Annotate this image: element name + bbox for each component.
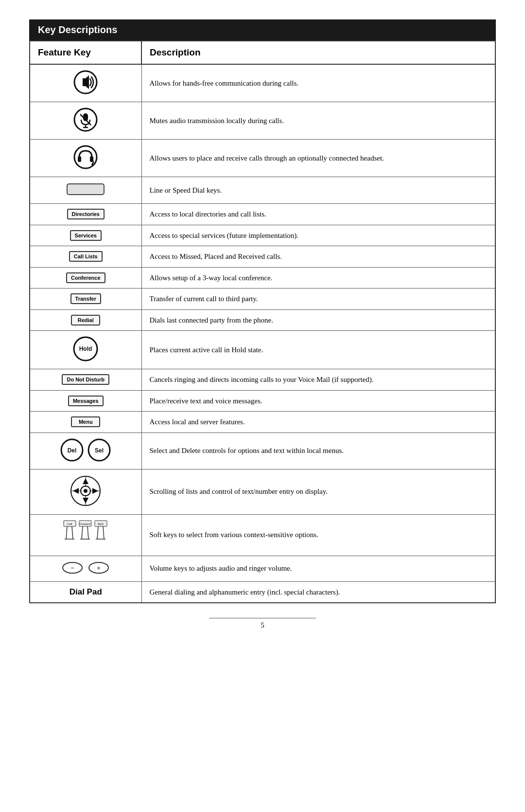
feature-key-cell: − + (30, 556, 141, 581)
svg-rect-8 (78, 156, 81, 162)
section-header-text: Key Descriptions (38, 24, 117, 35)
table-row: Allows for hands-free communication duri… (30, 64, 495, 102)
feature-key-cell: Directories (30, 204, 141, 225)
button-key-icon: Messages (68, 396, 104, 406)
feature-key-cell: Messages (30, 390, 141, 412)
svg-line-37 (97, 526, 98, 539)
line-key-icon (66, 190, 105, 198)
description-cell: Access to local directories and call lis… (141, 204, 495, 225)
softkeys-icon: Call Forward MyS (61, 520, 110, 551)
section-header: Key Descriptions (29, 19, 496, 40)
feature-key-cell: Hold (30, 331, 141, 369)
feature-key-cell: Call Forward MyS (30, 514, 141, 556)
table-row: Call ListsAccess to Missed, Placed and R… (30, 246, 495, 268)
table-row: Dial PadGeneral dialing and alphanumeric… (30, 581, 495, 603)
svg-line-35 (88, 526, 88, 539)
description-cell: Soft keys to select from various context… (141, 514, 495, 556)
description-cell: Select and Delete controls for options a… (141, 433, 495, 469)
feature-key-cell: Dial Pad (30, 581, 141, 603)
headset-icon (73, 163, 98, 171)
svg-line-31 (66, 526, 67, 539)
description-cell: Allows for hands-free communication duri… (141, 64, 495, 102)
description-cell: Dials last connected party from the phon… (141, 309, 495, 331)
table-row: Mutes audio transmission locally during … (30, 102, 495, 140)
feature-key-cell: Menu (30, 412, 141, 433)
button-key-icon: Menu (71, 416, 100, 427)
button-key-icon: Directories (67, 209, 105, 219)
description-cell: Line or Speed Dial keys. (141, 177, 495, 204)
table-row: DirectoriesAccess to local directories a… (30, 204, 495, 225)
hold-icon: Hold (72, 356, 99, 363)
table-row: − + Volume keys to adjusts audio and rin… (30, 556, 495, 581)
svg-line-34 (82, 526, 83, 539)
table-row: TransferTransfer of current call to thir… (30, 289, 495, 310)
table-row: Del Sel Select and Delete controls for o… (30, 433, 495, 469)
description-cell: Access to Missed, Placed and Received ca… (141, 246, 495, 268)
page-number: 5 (261, 621, 264, 629)
feature-key-cell: Del Sel (30, 433, 141, 469)
description-cell: Transfer of current call to third party. (141, 289, 495, 310)
description-cell: Place/receive text and voice messages. (141, 390, 495, 412)
table-row: Call Forward MyS (30, 514, 495, 556)
feature-key-cell (30, 469, 141, 514)
table-row: ConferenceAllows setup of a 3-way local … (30, 267, 495, 289)
table-row: MenuAccess local and server features. (30, 412, 495, 433)
nav-icon (69, 501, 102, 509)
description-cell: Allows users to place and receive calls … (141, 140, 495, 177)
description-cell: General dialing and alphanumeric entry (… (141, 581, 495, 603)
description-cell: Access to special services (future imple… (141, 225, 495, 246)
button-key-icon: Conference (66, 272, 105, 283)
description-cell: Access local and server features. (141, 412, 495, 433)
table-row: Scrolling of lists and control of text/n… (30, 469, 495, 514)
feature-key-cell: Transfer (30, 289, 141, 310)
volume-icon: − + (62, 561, 109, 575)
svg-point-7 (74, 146, 97, 168)
button-key-icon: Transfer (70, 293, 101, 304)
table-row: MessagesPlace/receive text and voice mes… (30, 390, 495, 412)
feature-key-cell (30, 102, 141, 140)
feature-key-cell: Services (30, 225, 141, 246)
description-cell: Scrolling of lists and control of text/n… (141, 469, 495, 514)
speaker-icon (73, 70, 98, 97)
svg-text:Call: Call (67, 523, 72, 525)
svg-text:−: − (70, 564, 74, 572)
feature-key-cell: Conference (30, 267, 141, 289)
dial-pad-label: Dial Pad (70, 587, 102, 596)
description-cell: Allows setup of a 3-way local conference… (141, 267, 495, 289)
description-cell: Places current active call in Hold state… (141, 331, 495, 369)
description-cell: Mutes audio transmission locally during … (141, 102, 495, 140)
feature-key-cell (30, 140, 141, 177)
footer-divider (209, 618, 316, 618)
feature-key-cell: Redial (30, 309, 141, 331)
feature-key-cell (30, 64, 141, 102)
table-row: Line or Speed Dial keys. (30, 177, 495, 204)
button-key-icon: Redial (71, 315, 100, 325)
table-row: Allows users to place and receive calls … (30, 140, 495, 177)
svg-point-10 (91, 163, 93, 165)
svg-point-20 (84, 489, 88, 493)
svg-text:Hold: Hold (79, 345, 92, 352)
svg-line-38 (103, 526, 104, 539)
svg-rect-11 (67, 184, 104, 195)
key-descriptions-table: Feature Key Description (29, 40, 496, 603)
button-key-icon: Do Not Disturb (62, 374, 109, 385)
col-feature-key: Feature Key (30, 41, 141, 64)
page-container: Key Descriptions Feature Key Description (29, 19, 496, 630)
feature-key-cell: Call Lists (30, 246, 141, 268)
svg-text:MyS: MyS (98, 523, 104, 525)
table-row: RedialDials last connected party from th… (30, 309, 495, 331)
table-row: ServicesAccess to special services (futu… (30, 225, 495, 246)
table-row: Hold Places current active call in Hold … (30, 331, 495, 369)
svg-line-32 (72, 526, 73, 539)
svg-text:+: + (97, 564, 101, 572)
table-row: Do Not DisturbCancels ringing and direct… (30, 369, 495, 391)
page-footer: 5 (29, 618, 496, 630)
button-key-icon: Services (70, 230, 102, 241)
svg-text:Forward: Forward (80, 523, 90, 525)
feature-key-cell (30, 177, 141, 204)
button-key-icon: Call Lists (69, 251, 103, 262)
svg-text:Sel: Sel (95, 447, 104, 454)
del-sel-icon: Del Sel (60, 438, 111, 462)
description-cell: Cancels ringing and directs incoming cal… (141, 369, 495, 391)
svg-text:Del: Del (68, 447, 77, 454)
